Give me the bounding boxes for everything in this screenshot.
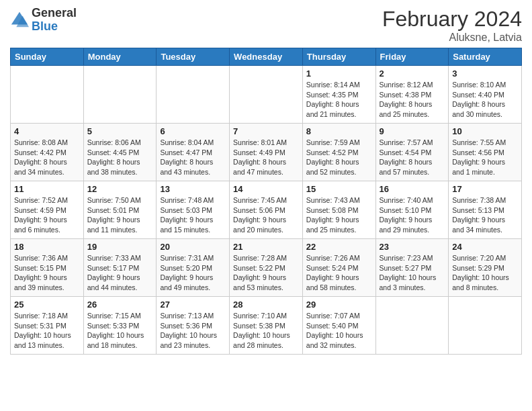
- day-info: Sunrise: 8:04 AMSunset: 4:47 PMDaylight:…: [160, 138, 226, 177]
- day-info: Sunrise: 7:18 AMSunset: 5:31 PMDaylight:…: [14, 311, 80, 351]
- day-number: 22: [306, 242, 372, 252]
- calendar-week-row: 18Sunrise: 7:36 AMSunset: 5:15 PMDayligh…: [11, 239, 522, 297]
- day-number: 9: [380, 126, 445, 136]
- day-info: Sunrise: 7:15 AMSunset: 5:33 PMDaylight:…: [87, 311, 153, 351]
- month-title: February 2024: [382, 7, 522, 32]
- calendar-cell: 14Sunrise: 7:45 AMSunset: 5:06 PMDayligh…: [230, 181, 303, 239]
- day-number: 21: [233, 242, 299, 252]
- day-info: Sunrise: 7:40 AMSunset: 5:10 PMDaylight:…: [380, 195, 445, 235]
- day-number: 25: [14, 300, 80, 310]
- calendar-cell: 23Sunrise: 7:23 AMSunset: 5:27 PMDayligh…: [375, 239, 449, 297]
- day-number: 8: [306, 126, 372, 136]
- calendar-cell: 16Sunrise: 7:40 AMSunset: 5:10 PMDayligh…: [375, 181, 449, 239]
- main-container: General Blue February 2024 Aluksne, Latv…: [0, 0, 532, 361]
- calendar-cell: 4Sunrise: 8:08 AMSunset: 4:42 PMDaylight…: [11, 124, 84, 181]
- day-number: 16: [380, 184, 445, 194]
- calendar-cell: [449, 297, 522, 355]
- calendar-cell: 17Sunrise: 7:38 AMSunset: 5:13 PMDayligh…: [449, 181, 522, 239]
- location: Aluksne, Latvia: [382, 32, 522, 44]
- day-info: Sunrise: 7:59 AMSunset: 4:52 PMDaylight:…: [306, 138, 372, 177]
- day-number: 18: [14, 242, 80, 252]
- day-info: Sunrise: 8:12 AMSunset: 4:38 PMDaylight:…: [380, 80, 445, 120]
- weekday-header-row: SundayMondayTuesdayWednesdayThursdayFrid…: [11, 48, 522, 66]
- day-info: Sunrise: 7:45 AMSunset: 5:06 PMDaylight:…: [233, 195, 299, 235]
- day-number: 5: [87, 126, 153, 136]
- calendar-week-row: 1Sunrise: 8:14 AMSunset: 4:35 PMDaylight…: [11, 66, 522, 124]
- calendar-cell: 19Sunrise: 7:33 AMSunset: 5:17 PMDayligh…: [83, 239, 157, 297]
- day-info: Sunrise: 7:55 AMSunset: 4:56 PMDaylight:…: [452, 138, 518, 177]
- day-info: Sunrise: 7:07 AMSunset: 5:40 PMDaylight:…: [306, 311, 372, 351]
- day-number: 4: [14, 126, 80, 136]
- calendar: SundayMondayTuesdayWednesdayThursdayFrid…: [10, 48, 522, 355]
- calendar-cell: 10Sunrise: 7:55 AMSunset: 4:56 PMDayligh…: [449, 124, 522, 181]
- calendar-cell: 28Sunrise: 7:10 AMSunset: 5:38 PMDayligh…: [230, 297, 303, 355]
- calendar-cell: [11, 66, 84, 124]
- day-number: 11: [14, 184, 80, 194]
- day-info: Sunrise: 7:38 AMSunset: 5:13 PMDaylight:…: [452, 195, 518, 235]
- calendar-cell: 29Sunrise: 7:07 AMSunset: 5:40 PMDayligh…: [302, 297, 375, 355]
- day-number: 29: [306, 300, 372, 310]
- logo-blue-text: Blue: [32, 20, 77, 34]
- weekday-header: Monday: [83, 48, 157, 66]
- calendar-cell: [230, 66, 303, 124]
- calendar-cell: 20Sunrise: 7:31 AMSunset: 5:20 PMDayligh…: [157, 239, 230, 297]
- day-number: 28: [233, 300, 299, 310]
- calendar-cell: 5Sunrise: 8:06 AMSunset: 4:45 PMDaylight…: [83, 124, 157, 181]
- calendar-cell: 12Sunrise: 7:50 AMSunset: 5:01 PMDayligh…: [83, 181, 157, 239]
- logo-text: General Blue: [32, 7, 77, 34]
- calendar-cell: 2Sunrise: 8:12 AMSunset: 4:38 PMDaylight…: [375, 66, 449, 124]
- day-number: 20: [160, 242, 226, 252]
- day-info: Sunrise: 7:31 AMSunset: 5:20 PMDaylight:…: [160, 253, 226, 293]
- calendar-cell: 24Sunrise: 7:20 AMSunset: 5:29 PMDayligh…: [449, 239, 522, 297]
- day-info: Sunrise: 7:52 AMSunset: 4:59 PMDaylight:…: [14, 195, 80, 235]
- calendar-cell: 18Sunrise: 7:36 AMSunset: 5:15 PMDayligh…: [11, 239, 84, 297]
- day-number: 2: [380, 68, 445, 79]
- day-info: Sunrise: 7:20 AMSunset: 5:29 PMDaylight:…: [452, 253, 518, 293]
- day-info: Sunrise: 7:10 AMSunset: 5:38 PMDaylight:…: [233, 311, 299, 351]
- title-block: February 2024 Aluksne, Latvia: [382, 7, 522, 44]
- day-number: 15: [306, 184, 372, 194]
- day-info: Sunrise: 7:50 AMSunset: 5:01 PMDaylight:…: [87, 195, 153, 235]
- calendar-cell: 21Sunrise: 7:28 AMSunset: 5:22 PMDayligh…: [230, 239, 303, 297]
- day-info: Sunrise: 7:28 AMSunset: 5:22 PMDaylight:…: [233, 253, 299, 293]
- day-number: 17: [452, 184, 518, 194]
- day-number: 10: [452, 126, 518, 136]
- weekday-header: Saturday: [449, 48, 522, 66]
- calendar-cell: 6Sunrise: 8:04 AMSunset: 4:47 PMDaylight…: [157, 124, 230, 181]
- calendar-week-row: 11Sunrise: 7:52 AMSunset: 4:59 PMDayligh…: [11, 181, 522, 239]
- logo-icon: [10, 11, 29, 30]
- calendar-week-row: 4Sunrise: 8:08 AMSunset: 4:42 PMDaylight…: [11, 124, 522, 181]
- day-number: 14: [233, 184, 299, 194]
- weekday-header: Sunday: [11, 48, 84, 66]
- weekday-header: Wednesday: [230, 48, 303, 66]
- calendar-cell: 25Sunrise: 7:18 AMSunset: 5:31 PMDayligh…: [11, 297, 84, 355]
- day-number: 3: [452, 68, 518, 79]
- day-number: 19: [87, 242, 153, 252]
- weekday-header: Tuesday: [157, 48, 230, 66]
- calendar-cell: 26Sunrise: 7:15 AMSunset: 5:33 PMDayligh…: [83, 297, 157, 355]
- day-number: 23: [380, 242, 445, 252]
- calendar-cell: 22Sunrise: 7:26 AMSunset: 5:24 PMDayligh…: [302, 239, 375, 297]
- calendar-week-row: 25Sunrise: 7:18 AMSunset: 5:31 PMDayligh…: [11, 297, 522, 355]
- calendar-cell: 13Sunrise: 7:48 AMSunset: 5:03 PMDayligh…: [157, 181, 230, 239]
- calendar-cell: 1Sunrise: 8:14 AMSunset: 4:35 PMDaylight…: [302, 66, 375, 124]
- day-number: 24: [452, 242, 518, 252]
- day-info: Sunrise: 7:36 AMSunset: 5:15 PMDaylight:…: [14, 253, 80, 293]
- calendar-cell: 15Sunrise: 7:43 AMSunset: 5:08 PMDayligh…: [302, 181, 375, 239]
- calendar-cell: [375, 297, 449, 355]
- calendar-cell: [157, 66, 230, 124]
- header: General Blue February 2024 Aluksne, Latv…: [10, 7, 522, 44]
- day-info: Sunrise: 7:43 AMSunset: 5:08 PMDaylight:…: [306, 195, 372, 235]
- day-number: 1: [306, 68, 372, 79]
- calendar-cell: 9Sunrise: 7:57 AMSunset: 4:54 PMDaylight…: [375, 124, 449, 181]
- day-number: 26: [87, 300, 153, 310]
- day-number: 7: [233, 126, 299, 136]
- day-info: Sunrise: 7:33 AMSunset: 5:17 PMDaylight:…: [87, 253, 153, 293]
- day-info: Sunrise: 8:14 AMSunset: 4:35 PMDaylight:…: [306, 80, 372, 120]
- day-number: 6: [160, 126, 226, 136]
- day-info: Sunrise: 7:57 AMSunset: 4:54 PMDaylight:…: [380, 138, 445, 177]
- weekday-header: Thursday: [302, 48, 375, 66]
- day-info: Sunrise: 7:48 AMSunset: 5:03 PMDaylight:…: [160, 195, 226, 235]
- logo: General Blue: [10, 7, 77, 34]
- weekday-header: Friday: [375, 48, 449, 66]
